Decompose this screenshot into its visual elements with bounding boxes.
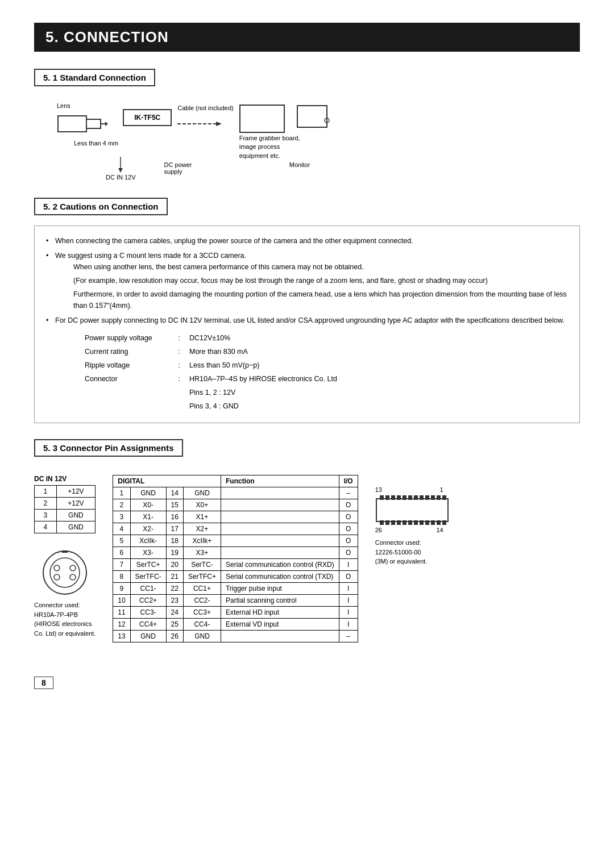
- dc-pin-signal: +12V: [56, 486, 96, 498]
- frame-grabber-box: [239, 105, 285, 133]
- dig-io: I: [339, 583, 358, 595]
- spec-label: [81, 400, 172, 412]
- svg-rect-28: [437, 495, 441, 500]
- dc-in-section: DC IN 12V 1 +12V 2 +12V 3 GND 4 GND: [34, 475, 96, 638]
- dig-pin2: 15: [166, 499, 183, 511]
- dig-pin2: 26: [166, 631, 183, 642]
- svg-rect-36: [414, 520, 418, 525]
- dc-pin-row: 4 GND: [35, 521, 96, 533]
- dig-pin2: 22: [166, 583, 183, 595]
- svg-rect-19: [385, 495, 389, 500]
- dig-func: External VD input: [221, 619, 339, 631]
- dig-pin1: 1: [113, 487, 130, 499]
- dig-pin1: 12: [113, 619, 130, 631]
- monitor-label: Monitor: [289, 161, 310, 168]
- digital-pin-row: 6 X3- 19 X3+ O: [113, 547, 358, 559]
- dig-io: I: [339, 619, 358, 631]
- dc-pin-num: 1: [35, 486, 57, 498]
- less-than-label: Less than 4 mm: [74, 140, 118, 147]
- dig-io: I: [339, 595, 358, 607]
- dig-func: [221, 487, 339, 499]
- dig-pin2: 24: [166, 607, 183, 619]
- caution-item-3: For DC power supply connecting to DC IN …: [46, 315, 568, 326]
- device-box: IK-TF5C: [123, 109, 172, 126]
- svg-rect-37: [420, 520, 424, 525]
- dig-sig2: CC2-: [183, 595, 221, 607]
- dig-sig1: GND: [130, 487, 166, 499]
- cable-arrow: [177, 119, 223, 128]
- dc-pin-row: 2 +12V: [35, 498, 96, 510]
- dig-func: [221, 499, 339, 511]
- svg-rect-39: [431, 520, 435, 525]
- dc-pin-row: 1 +12V: [35, 486, 96, 498]
- dig-func: [221, 547, 339, 559]
- dig-func: [221, 535, 339, 547]
- digital-table: DIGITAL Function I/O 1 GND 14 GND – 2 X0…: [113, 475, 358, 642]
- digital-section: DIGITAL Function I/O 1 GND 14 GND – 2 X0…: [113, 475, 358, 642]
- dc-pin-row: 3 GND: [35, 510, 96, 521]
- dig-pin1: 2: [113, 499, 130, 511]
- svg-rect-20: [391, 495, 395, 500]
- dig-sig2: XcIIk+: [183, 535, 221, 547]
- digital-pin-row: 1 GND 14 GND –: [113, 487, 358, 499]
- cautions-content: When connecting the camera cables, unplu…: [34, 226, 580, 423]
- svg-rect-25: [420, 495, 424, 500]
- dig-io: O: [339, 499, 358, 511]
- svg-rect-30: [380, 520, 384, 525]
- svg-rect-21: [397, 495, 401, 500]
- dig-io: O: [339, 511, 358, 523]
- subsection-51: 5. 1 Standard Connection Lens Less than …: [34, 69, 580, 198]
- spec-sep: :: [173, 332, 185, 344]
- svg-marker-3: [105, 122, 108, 126]
- spec-value: Pins 3, 4 : GND: [186, 400, 341, 412]
- dc-in-header: DC IN 12V: [34, 475, 96, 483]
- dig-pin2: 23: [166, 595, 183, 607]
- dig-sig2: X0+: [183, 499, 221, 511]
- svg-rect-40: [437, 520, 441, 525]
- section-title: 5. CONNECTION: [34, 23, 580, 52]
- spec-row: Pins 1, 2 : 12V: [81, 386, 341, 399]
- lens-diagram: [57, 110, 108, 139]
- dig-pin2: 21: [166, 571, 183, 583]
- svg-marker-5: [216, 122, 222, 126]
- dig-sig2: GND: [183, 631, 221, 642]
- dc-pin-signal: GND: [56, 521, 96, 533]
- lens-label: Lens: [57, 102, 70, 109]
- svg-rect-38: [425, 520, 429, 525]
- svg-rect-22: [403, 495, 406, 500]
- dig-sig1: SerTC+: [130, 559, 166, 571]
- dig-func: [221, 523, 339, 535]
- dig-sig1: GND: [130, 631, 166, 642]
- dc-connector-info: Connector used: HR10A-7P-4PB (HIROSE ele…: [34, 600, 96, 638]
- spec-sep: [173, 386, 185, 399]
- 26pin-connector-svg: [375, 494, 449, 525]
- dig-pin1: 7: [113, 559, 130, 571]
- circular-connector-svg: [39, 547, 90, 598]
- dig-pin2: 14: [166, 487, 183, 499]
- digital-pin-row: 7 SerTC+ 20 SerTC- Serial communication …: [113, 559, 358, 571]
- dig-func: [221, 511, 339, 523]
- dig-io: O: [339, 571, 358, 583]
- spec-label: Current rating: [81, 345, 172, 358]
- dc-label: DC IN 12V: [106, 174, 136, 181]
- svg-rect-1: [86, 119, 101, 128]
- dig-sig1: CC4+: [130, 619, 166, 631]
- dig-func: [221, 631, 339, 642]
- right-connector-info: Connector used: 12226-51000-00 (3M) or e…: [375, 538, 428, 566]
- digital-pin-row: 11 CC3- 24 CC3+ External HD input I: [113, 607, 358, 619]
- spec-row: Pins 3, 4 : GND: [81, 400, 341, 412]
- dig-func: External HD input: [221, 607, 339, 619]
- svg-marker-9: [118, 168, 123, 173]
- digital-pin-row: 9 CC1- 22 CC1+ Trigger pulse input I: [113, 583, 358, 595]
- sub-section-53-header: 5. 3 Connector Pin Assignments: [34, 439, 183, 457]
- io-header: I/O: [339, 475, 358, 487]
- function-header: Function: [221, 475, 339, 487]
- digital-pin-row: 10 CC2+ 23 CC2- Partial scanning control…: [113, 595, 358, 607]
- right-pin-top-labels: 13 1: [375, 486, 443, 493]
- svg-rect-6: [297, 106, 327, 127]
- dig-pin2: 20: [166, 559, 183, 571]
- subsection-53: 5. 3 Connector Pin Assignments DC IN 12V…: [34, 439, 580, 642]
- spec-row: Ripple voltage : Less than 50 mV(p−p): [81, 359, 341, 372]
- spec-table: Power supply voltage : DC12V±10% Current…: [80, 331, 342, 414]
- digital-pin-row: 2 X0- 15 X0+ O: [113, 499, 358, 511]
